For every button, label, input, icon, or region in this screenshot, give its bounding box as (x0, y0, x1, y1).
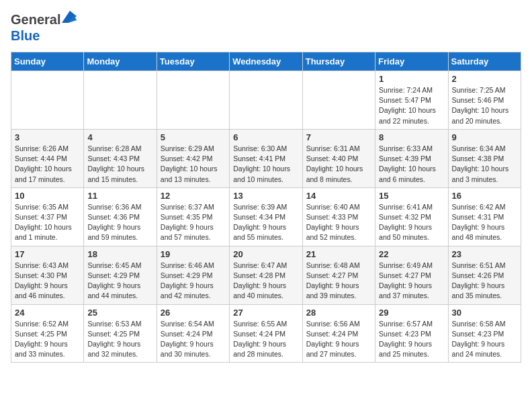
day-info: Sunrise: 6:37 AM Sunset: 4:35 PM Dayligh… (161, 202, 226, 243)
day-info: Sunrise: 6:43 AM Sunset: 4:30 PM Dayligh… (15, 261, 80, 302)
day-info: Sunrise: 6:28 AM Sunset: 4:43 PM Dayligh… (87, 144, 152, 185)
calendar-cell: 23Sunrise: 6:51 AM Sunset: 4:26 PM Dayli… (448, 246, 521, 304)
day-info: Sunrise: 6:46 AM Sunset: 4:29 PM Dayligh… (161, 261, 226, 302)
calendar-cell: 3Sunrise: 6:26 AM Sunset: 4:44 PM Daylig… (11, 129, 84, 187)
calendar-cell: 2Sunrise: 7:25 AM Sunset: 5:46 PM Daylig… (448, 71, 521, 130)
calendar-cell: 24Sunrise: 6:52 AM Sunset: 4:25 PM Dayli… (11, 304, 84, 363)
day-number: 13 (233, 191, 298, 201)
day-info: Sunrise: 6:30 AM Sunset: 4:41 PM Dayligh… (233, 144, 298, 185)
calendar-cell: 30Sunrise: 6:58 AM Sunset: 4:23 PM Dayli… (448, 304, 521, 363)
calendar-cell: 8Sunrise: 6:33 AM Sunset: 4:39 PM Daylig… (375, 129, 448, 187)
day-info: Sunrise: 6:55 AM Sunset: 4:24 PM Dayligh… (233, 319, 298, 360)
logo-bird-icon (62, 11, 77, 24)
calendar-day-header: Sunday (11, 52, 84, 71)
day-info: Sunrise: 6:34 AM Sunset: 4:38 PM Dayligh… (452, 144, 517, 185)
calendar-cell: 6Sunrise: 6:30 AM Sunset: 4:41 PM Daylig… (230, 129, 302, 187)
calendar-cell: 4Sunrise: 6:28 AM Sunset: 4:43 PM Daylig… (84, 129, 157, 187)
day-info: Sunrise: 6:29 AM Sunset: 4:42 PM Dayligh… (161, 144, 226, 185)
day-number: 8 (379, 132, 444, 142)
day-info: Sunrise: 6:45 AM Sunset: 4:29 PM Dayligh… (87, 261, 152, 302)
calendar-cell: 15Sunrise: 6:41 AM Sunset: 4:32 PM Dayli… (375, 187, 448, 246)
calendar-week-row: 10Sunrise: 6:35 AM Sunset: 4:37 PM Dayli… (11, 187, 521, 246)
day-info: Sunrise: 6:40 AM Sunset: 4:33 PM Dayligh… (306, 202, 371, 243)
day-number: 24 (15, 308, 80, 318)
calendar-day-header: Monday (84, 52, 157, 71)
calendar-week-row: 1Sunrise: 7:24 AM Sunset: 5:47 PM Daylig… (11, 71, 521, 130)
day-info: Sunrise: 6:54 AM Sunset: 4:24 PM Dayligh… (161, 319, 226, 360)
calendar-cell: 27Sunrise: 6:55 AM Sunset: 4:24 PM Dayli… (230, 304, 302, 363)
calendar-cell: 20Sunrise: 6:47 AM Sunset: 4:28 PM Dayli… (230, 246, 302, 304)
day-number: 28 (306, 308, 371, 318)
day-number: 16 (452, 191, 517, 201)
day-number: 12 (161, 191, 226, 201)
day-info: Sunrise: 7:24 AM Sunset: 5:47 PM Dayligh… (379, 85, 444, 126)
day-info: Sunrise: 6:36 AM Sunset: 4:36 PM Dayligh… (87, 202, 152, 243)
day-number: 14 (306, 191, 371, 201)
calendar-day-header: Tuesday (157, 52, 229, 71)
calendar-cell: 12Sunrise: 6:37 AM Sunset: 4:35 PM Dayli… (157, 187, 229, 246)
calendar-week-row: 17Sunrise: 6:43 AM Sunset: 4:30 PM Dayli… (11, 246, 521, 304)
day-number: 20 (233, 249, 298, 259)
day-number: 26 (161, 308, 226, 318)
calendar-cell: 14Sunrise: 6:40 AM Sunset: 4:33 PM Dayli… (302, 187, 375, 246)
day-number: 23 (452, 249, 517, 259)
day-info: Sunrise: 6:57 AM Sunset: 4:23 PM Dayligh… (379, 319, 444, 360)
calendar-day-header: Friday (375, 52, 448, 71)
day-info: Sunrise: 6:58 AM Sunset: 4:23 PM Dayligh… (452, 319, 517, 360)
day-info: Sunrise: 6:51 AM Sunset: 4:26 PM Dayligh… (452, 261, 517, 302)
calendar-week-row: 24Sunrise: 6:52 AM Sunset: 4:25 PM Dayli… (11, 304, 521, 363)
day-info: Sunrise: 6:39 AM Sunset: 4:34 PM Dayligh… (233, 202, 298, 243)
day-number: 4 (87, 132, 152, 142)
day-number: 11 (87, 191, 152, 201)
calendar-cell: 29Sunrise: 6:57 AM Sunset: 4:23 PM Dayli… (375, 304, 448, 363)
logo: General Blue (11, 11, 77, 44)
day-info: Sunrise: 6:48 AM Sunset: 4:27 PM Dayligh… (306, 261, 371, 302)
logo-blue-text: Blue (11, 28, 40, 43)
calendar-cell (230, 71, 302, 130)
calendar-cell: 17Sunrise: 6:43 AM Sunset: 4:30 PM Dayli… (11, 246, 84, 304)
day-number: 6 (233, 132, 298, 142)
day-number: 18 (87, 249, 152, 259)
calendar-day-header: Saturday (448, 52, 521, 71)
calendar-header-row: SundayMondayTuesdayWednesdayThursdayFrid… (11, 52, 521, 71)
calendar-cell: 16Sunrise: 6:42 AM Sunset: 4:31 PM Dayli… (448, 187, 521, 246)
logo-general-text: General (11, 12, 60, 28)
day-info: Sunrise: 6:31 AM Sunset: 4:40 PM Dayligh… (306, 144, 371, 185)
day-info: Sunrise: 6:56 AM Sunset: 4:24 PM Dayligh… (306, 319, 371, 360)
day-info: Sunrise: 6:47 AM Sunset: 4:28 PM Dayligh… (233, 261, 298, 302)
calendar-cell (157, 71, 229, 130)
day-number: 27 (233, 308, 298, 318)
calendar-cell: 26Sunrise: 6:54 AM Sunset: 4:24 PM Dayli… (157, 304, 229, 363)
day-number: 29 (379, 308, 444, 318)
day-number: 9 (452, 132, 517, 142)
calendar-cell: 1Sunrise: 7:24 AM Sunset: 5:47 PM Daylig… (375, 71, 448, 130)
calendar-day-header: Wednesday (230, 52, 302, 71)
day-number: 10 (15, 191, 80, 201)
calendar-cell: 9Sunrise: 6:34 AM Sunset: 4:38 PM Daylig… (448, 129, 521, 187)
day-info: Sunrise: 6:53 AM Sunset: 4:25 PM Dayligh… (87, 319, 152, 360)
day-info: Sunrise: 6:52 AM Sunset: 4:25 PM Dayligh… (15, 319, 80, 360)
day-info: Sunrise: 6:33 AM Sunset: 4:39 PM Dayligh… (379, 144, 444, 185)
day-info: Sunrise: 6:26 AM Sunset: 4:44 PM Dayligh… (15, 144, 80, 185)
day-number: 7 (306, 132, 371, 142)
calendar-cell: 7Sunrise: 6:31 AM Sunset: 4:40 PM Daylig… (302, 129, 375, 187)
calendar-cell: 25Sunrise: 6:53 AM Sunset: 4:25 PM Dayli… (84, 304, 157, 363)
calendar-cell: 10Sunrise: 6:35 AM Sunset: 4:37 PM Dayli… (11, 187, 84, 246)
day-number: 25 (87, 308, 152, 318)
calendar-cell: 19Sunrise: 6:46 AM Sunset: 4:29 PM Dayli… (157, 246, 229, 304)
day-number: 2 (452, 74, 517, 84)
calendar-cell: 13Sunrise: 6:39 AM Sunset: 4:34 PM Dayli… (230, 187, 302, 246)
calendar-cell: 18Sunrise: 6:45 AM Sunset: 4:29 PM Dayli… (84, 246, 157, 304)
calendar-day-header: Thursday (302, 52, 375, 71)
calendar-cell: 28Sunrise: 6:56 AM Sunset: 4:24 PM Dayli… (302, 304, 375, 363)
calendar-cell: 5Sunrise: 6:29 AM Sunset: 4:42 PM Daylig… (157, 129, 229, 187)
day-number: 22 (379, 249, 444, 259)
day-number: 15 (379, 191, 444, 201)
page-header: General Blue (11, 11, 521, 44)
day-info: Sunrise: 6:42 AM Sunset: 4:31 PM Dayligh… (452, 202, 517, 243)
day-info: Sunrise: 6:49 AM Sunset: 4:27 PM Dayligh… (379, 261, 444, 302)
day-number: 21 (306, 249, 371, 259)
calendar-week-row: 3Sunrise: 6:26 AM Sunset: 4:44 PM Daylig… (11, 129, 521, 187)
calendar-cell (11, 71, 84, 130)
calendar-cell: 22Sunrise: 6:49 AM Sunset: 4:27 PM Dayli… (375, 246, 448, 304)
